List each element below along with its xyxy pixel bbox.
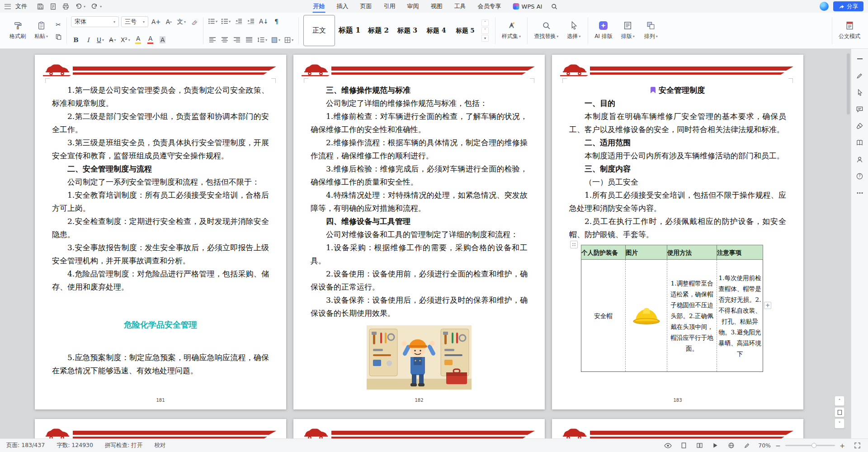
table-cell-notes[interactable]: 1.每次使用前检查帽体、帽带是否完好无损。2.不得私自改装、打孔、粘贴异物。3.… bbox=[717, 260, 763, 372]
tab-insert[interactable]: 插入 bbox=[331, 0, 354, 13]
phonetic-guide-button[interactable]: 文▾ bbox=[176, 17, 187, 27]
align-right-button[interactable] bbox=[232, 35, 242, 45]
paragraph[interactable]: 1.维修前检查：对车辆进行全面的检查，了解车辆的状况，确保维修工作的安全性和准确… bbox=[311, 110, 528, 136]
redo-button[interactable]: ▾ bbox=[91, 3, 102, 10]
undo-button[interactable]: ▾ bbox=[75, 3, 85, 10]
tab-reference[interactable]: 引用 bbox=[378, 0, 401, 13]
zoom-out-button[interactable]: − bbox=[774, 442, 782, 449]
font-size-select[interactable]: 三号▾ bbox=[121, 16, 148, 27]
style-set-button[interactable]: 样式集▾ bbox=[499, 15, 524, 46]
paragraph[interactable]: 2.维修操作流程：根据车辆的具体情况，制定合理的维修操作流程，确保维修工作的顺利… bbox=[311, 136, 528, 162]
page-view-icon[interactable] bbox=[679, 441, 688, 450]
style-heading-2[interactable]: 标题 2 bbox=[364, 15, 393, 46]
table-header-cell[interactable]: 使用方法 bbox=[667, 245, 717, 260]
help-icon[interactable]: ? bbox=[855, 171, 864, 181]
paragraph[interactable]: 三、维修操作规范与标准 bbox=[311, 84, 528, 97]
sort-button[interactable]: A↓ bbox=[258, 16, 269, 26]
paragraph[interactable]: 4.危险品管理制度：对危险品进行严格管理，包括采购、储存、使用和废弃处理。 bbox=[52, 267, 269, 294]
cut-button[interactable]: ✂ bbox=[53, 19, 63, 29]
play-presentation-icon[interactable] bbox=[711, 441, 720, 450]
layout-button[interactable]: 排版▾ bbox=[617, 15, 639, 46]
style-gallery-more-button[interactable]: ▾ bbox=[481, 35, 489, 42]
italic-button[interactable]: I bbox=[83, 35, 93, 45]
save-button[interactable] bbox=[37, 3, 44, 10]
tab-page[interactable]: 页面 bbox=[354, 0, 378, 13]
paste-button[interactable]: 粘贴▾ bbox=[30, 15, 52, 46]
increase-indent-button[interactable] bbox=[246, 16, 256, 26]
decrease-font-button[interactable]: A- bbox=[164, 17, 174, 27]
shading-button[interactable]: ▾ bbox=[270, 35, 281, 45]
char-shading-button[interactable]: A bbox=[158, 35, 168, 45]
file-menu[interactable]: 文件 bbox=[15, 2, 27, 10]
document-page-182[interactable]: 三、维修操作规范与标准公司制定了详细的维修操作规范与标准，包括：1.维修前检查：… bbox=[293, 55, 545, 409]
style-gallery-up-button[interactable]: ˄ bbox=[481, 19, 489, 26]
annotate-pen-icon[interactable] bbox=[742, 441, 751, 450]
paragraph[interactable]: 2.员工在执行工作时，必须佩戴相应的防护设备，如安全帽、防护眼镜、手套等。 bbox=[569, 215, 786, 241]
page-indicator[interactable]: 页面: 183/437 bbox=[6, 442, 45, 449]
bullet-list-button[interactable]: ▾ bbox=[208, 16, 218, 26]
superscript-button[interactable]: X²▾ bbox=[120, 35, 131, 45]
paragraph[interactable]: 3.第三级是班组安全员，负责具体执行安全管理制度，开展安全宣传和教育，监督班组成… bbox=[52, 136, 269, 162]
line-spacing-button[interactable]: ▾ bbox=[256, 35, 268, 45]
main-menu-icon[interactable] bbox=[5, 4, 11, 9]
table-cell-image[interactable] bbox=[626, 260, 667, 372]
prev-page-button[interactable]: ˄ bbox=[835, 396, 844, 406]
paragraph[interactable]: 本制度旨在明确车辆维修厂安全管理的基本要求，确保员工、客户以及维修设备的安全，同… bbox=[569, 110, 786, 136]
style-heading-1[interactable]: 标题 1 bbox=[335, 15, 364, 46]
tab-review[interactable]: 审阅 bbox=[401, 0, 425, 13]
style-normal[interactable]: 正文 bbox=[303, 15, 335, 46]
font-color-button[interactable]: A bbox=[146, 35, 156, 45]
paragraph[interactable]: 公司制定了详细的维修操作规范与标准，包括： bbox=[311, 97, 528, 110]
justify-button[interactable] bbox=[244, 35, 254, 45]
bold-button[interactable]: B bbox=[71, 35, 81, 45]
print-button[interactable] bbox=[62, 3, 69, 10]
proofread-button[interactable]: 校对 bbox=[154, 442, 165, 449]
paragraph[interactable]: 一、目的 bbox=[569, 97, 786, 110]
paragraph[interactable]: 二、安全管理制度与流程 bbox=[52, 162, 269, 176]
font-family-select[interactable]: 宋体▾ bbox=[71, 16, 119, 27]
clear-format-button[interactable] bbox=[189, 17, 199, 27]
paragraph[interactable]: 公司制定了一系列安全管理制度和流程，包括但不限于： bbox=[52, 176, 269, 189]
table-cell-usage[interactable]: 1.调整帽带至合适松紧，确保帽子稳固但不压迫头部。2.正确佩戴在头顶中间，帽沿应… bbox=[667, 260, 717, 372]
paragraph[interactable]: 3.设备保养：设备使用后，必须进行及时的保养和维护，确保设备的长期使用效果。 bbox=[311, 294, 528, 320]
paragraph[interactable]: 1.第一级是公司安全管理委员会，负责制定公司安全政策、标准和规章制度。 bbox=[52, 84, 269, 110]
copy-button[interactable] bbox=[53, 32, 63, 42]
show-marks-button[interactable]: ¶ bbox=[272, 16, 282, 26]
ai-layout-button[interactable]: AI 排版 bbox=[591, 15, 616, 46]
paragraph[interactable]: 四、维修设备与工具管理 bbox=[311, 215, 528, 228]
paragraph[interactable]: 公司对维修设备和工具的管理制定了详细的制度和流程： bbox=[311, 228, 528, 241]
next-page-button[interactable]: ˅ bbox=[835, 419, 844, 428]
section-heading-teal[interactable]: 危险化学品安全管理 bbox=[52, 318, 269, 331]
cloud-sync-icon[interactable] bbox=[820, 2, 829, 11]
tab-wps-ai[interactable]: WPS AI bbox=[507, 0, 548, 13]
more-options-icon[interactable] bbox=[855, 188, 864, 197]
document-page-partial[interactable] bbox=[552, 419, 803, 438]
fit-page-icon[interactable] bbox=[853, 441, 862, 450]
eye-protection-icon[interactable] bbox=[663, 441, 672, 450]
document-canvas[interactable]: ˄ ˅ 1.第一级是公司安全管理委员会，负责制定公司安全政策、标准和规章制度。2… bbox=[0, 49, 851, 438]
export-button[interactable] bbox=[50, 3, 57, 10]
contacts-icon[interactable] bbox=[855, 155, 864, 164]
paragraph[interactable]: （一）员工安全 bbox=[569, 176, 786, 189]
table-header-cell[interactable]: 注意事项 bbox=[717, 245, 763, 260]
edit-pen-icon[interactable] bbox=[855, 71, 864, 80]
mechanic-illustration[interactable] bbox=[311, 325, 528, 394]
zoom-slider-knob[interactable] bbox=[811, 443, 816, 448]
page-thumbnail-button[interactable] bbox=[835, 407, 844, 417]
paragraph[interactable]: 二、适用范围 bbox=[569, 136, 786, 149]
paragraph[interactable]: 本制度适用于公司内所有涉及车辆维修活动的部门和员工。 bbox=[569, 149, 786, 162]
official-doc-mode-button[interactable]: 公文模式 bbox=[835, 15, 863, 46]
increase-font-button[interactable]: A+ bbox=[151, 17, 162, 27]
decrease-indent-button[interactable] bbox=[234, 16, 244, 26]
document-page-183[interactable]: 安全管理制度一、目的本制度旨在明确车辆维修厂安全管理的基本要求，确保员工、客户以… bbox=[552, 55, 803, 409]
tab-member[interactable]: 会员专享 bbox=[472, 0, 507, 13]
paragraph[interactable]: 5.应急预案制度：制定应急预案，明确应急响应流程，确保在紧急情况下能够迅速、有效… bbox=[52, 351, 269, 377]
document-page-partial[interactable] bbox=[35, 419, 286, 438]
tab-view[interactable]: 视图 bbox=[425, 0, 448, 13]
paragraph[interactable]: 2.第二级是部门安全管理小组，负责监督和协调本部门的安全工作。 bbox=[52, 110, 269, 136]
highlight-button[interactable]: A bbox=[133, 35, 143, 45]
table-header-cell[interactable]: 图片 bbox=[626, 245, 667, 260]
style-gallery-down-button[interactable]: ˅ bbox=[481, 27, 489, 34]
style-heading-5[interactable]: 标题 5 bbox=[451, 15, 480, 46]
vertical-scrollbar[interactable] bbox=[847, 53, 850, 114]
